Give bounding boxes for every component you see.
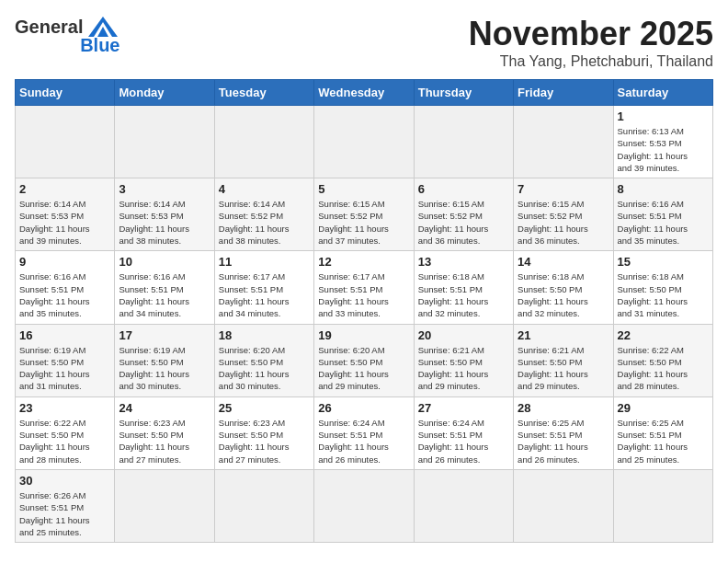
calendar-cell: 11Sunrise: 6:17 AMSunset: 5:51 PMDayligh…: [214, 251, 313, 324]
day-number: 2: [19, 182, 110, 196]
calendar-cell: 26Sunrise: 6:24 AMSunset: 5:51 PMDayligh…: [314, 396, 414, 469]
day-number: 16: [19, 328, 110, 342]
day-info: Sunrise: 6:17 AMSunset: 5:51 PMDaylight:…: [219, 270, 310, 319]
calendar-cell: [214, 469, 313, 542]
calendar-cell: 20Sunrise: 6:21 AMSunset: 5:50 PMDayligh…: [414, 324, 513, 396]
week-row-6: 30Sunrise: 6:26 AMSunset: 5:51 PMDayligh…: [16, 469, 713, 542]
calendar-cell: 9Sunrise: 6:16 AMSunset: 5:51 PMDaylight…: [16, 251, 115, 324]
calendar-cell: [414, 106, 513, 178]
day-info: Sunrise: 6:25 AMSunset: 5:51 PMDaylight:…: [518, 417, 609, 465]
calendar-cell: 30Sunrise: 6:26 AMSunset: 5:51 PMDayligh…: [16, 469, 115, 542]
day-info: Sunrise: 6:24 AMSunset: 5:51 PMDaylight:…: [318, 417, 409, 465]
calendar-cell: 24Sunrise: 6:23 AMSunset: 5:50 PMDayligh…: [115, 396, 214, 469]
header: General Blue November 2025 Tha Yang, Phe…: [15, 15, 713, 70]
calendar-cell: 1Sunrise: 6:13 AMSunset: 5:53 PMDaylight…: [613, 106, 712, 178]
location-title: Tha Yang, Phetchaburi, Thailand: [469, 53, 713, 70]
weekday-header-thursday: Thursday: [414, 80, 513, 106]
calendar-cell: 21Sunrise: 6:21 AMSunset: 5:50 PMDayligh…: [514, 324, 613, 396]
calendar-cell: 12Sunrise: 6:17 AMSunset: 5:51 PMDayligh…: [314, 251, 414, 324]
day-info: Sunrise: 6:18 AMSunset: 5:50 PMDaylight:…: [618, 270, 709, 319]
day-number: 11: [219, 255, 310, 269]
calendar-cell: [214, 106, 313, 178]
calendar-cell: 8Sunrise: 6:16 AMSunset: 5:51 PMDaylight…: [613, 178, 712, 251]
calendar-cell: 14Sunrise: 6:18 AMSunset: 5:50 PMDayligh…: [514, 251, 613, 324]
week-row-3: 9Sunrise: 6:16 AMSunset: 5:51 PMDaylight…: [16, 251, 713, 324]
weekday-header-tuesday: Tuesday: [214, 80, 313, 106]
calendar-cell: [16, 106, 115, 178]
calendar-cell: 16Sunrise: 6:19 AMSunset: 5:50 PMDayligh…: [16, 324, 115, 396]
day-number: 20: [418, 328, 509, 342]
weekday-header-sunday: Sunday: [16, 80, 115, 106]
day-number: 9: [19, 255, 110, 269]
calendar: SundayMondayTuesdayWednesdayThursdayFrid…: [15, 79, 713, 543]
calendar-cell: 6Sunrise: 6:15 AMSunset: 5:52 PMDaylight…: [414, 178, 513, 251]
calendar-cell: [115, 469, 214, 542]
calendar-cell: 5Sunrise: 6:15 AMSunset: 5:52 PMDaylight…: [314, 178, 414, 251]
day-number: 10: [119, 255, 210, 269]
day-info: Sunrise: 6:13 AMSunset: 5:53 PMDaylight:…: [618, 125, 709, 174]
day-info: Sunrise: 6:15 AMSunset: 5:52 PMDaylight:…: [318, 198, 409, 247]
day-number: 15: [618, 255, 709, 269]
week-row-4: 16Sunrise: 6:19 AMSunset: 5:50 PMDayligh…: [16, 324, 713, 396]
calendar-cell: 25Sunrise: 6:23 AMSunset: 5:50 PMDayligh…: [214, 396, 313, 469]
month-title: November 2025: [469, 15, 713, 53]
day-info: Sunrise: 6:20 AMSunset: 5:50 PMDaylight:…: [219, 344, 310, 393]
day-number: 27: [418, 401, 509, 415]
day-number: 7: [518, 182, 609, 196]
day-info: Sunrise: 6:23 AMSunset: 5:50 PMDaylight:…: [219, 417, 310, 465]
calendar-cell: 22Sunrise: 6:22 AMSunset: 5:50 PMDayligh…: [613, 324, 712, 396]
day-info: Sunrise: 6:14 AMSunset: 5:52 PMDaylight:…: [219, 198, 310, 247]
day-info: Sunrise: 6:21 AMSunset: 5:50 PMDaylight:…: [418, 344, 509, 393]
weekday-header-saturday: Saturday: [613, 80, 712, 106]
day-info: Sunrise: 6:16 AMSunset: 5:51 PMDaylight:…: [119, 270, 210, 319]
day-number: 24: [119, 401, 210, 415]
calendar-cell: 28Sunrise: 6:25 AMSunset: 5:51 PMDayligh…: [514, 396, 613, 469]
day-number: 25: [219, 401, 310, 415]
day-number: 18: [219, 328, 310, 342]
day-number: 13: [418, 255, 509, 269]
day-number: 8: [618, 182, 709, 196]
day-number: 22: [618, 328, 709, 342]
calendar-cell: 7Sunrise: 6:15 AMSunset: 5:52 PMDaylight…: [514, 178, 613, 251]
calendar-cell: 10Sunrise: 6:16 AMSunset: 5:51 PMDayligh…: [115, 251, 214, 324]
day-info: Sunrise: 6:22 AMSunset: 5:50 PMDaylight:…: [19, 417, 110, 465]
calendar-cell: 23Sunrise: 6:22 AMSunset: 5:50 PMDayligh…: [16, 396, 115, 469]
day-number: 12: [318, 255, 409, 269]
day-info: Sunrise: 6:16 AMSunset: 5:51 PMDaylight:…: [19, 270, 110, 319]
day-info: Sunrise: 6:24 AMSunset: 5:51 PMDaylight:…: [418, 417, 509, 465]
day-number: 17: [119, 328, 210, 342]
day-info: Sunrise: 6:23 AMSunset: 5:50 PMDaylight:…: [119, 417, 210, 465]
day-info: Sunrise: 6:15 AMSunset: 5:52 PMDaylight:…: [418, 198, 509, 247]
day-info: Sunrise: 6:16 AMSunset: 5:51 PMDaylight:…: [618, 198, 709, 247]
calendar-cell: 2Sunrise: 6:14 AMSunset: 5:53 PMDaylight…: [16, 178, 115, 251]
week-row-5: 23Sunrise: 6:22 AMSunset: 5:50 PMDayligh…: [16, 396, 713, 469]
day-number: 26: [318, 401, 409, 415]
day-number: 23: [19, 401, 110, 415]
day-info: Sunrise: 6:18 AMSunset: 5:50 PMDaylight:…: [518, 270, 609, 319]
day-number: 4: [219, 182, 310, 196]
calendar-cell: 17Sunrise: 6:19 AMSunset: 5:50 PMDayligh…: [115, 324, 214, 396]
calendar-cell: 29Sunrise: 6:25 AMSunset: 5:51 PMDayligh…: [613, 396, 712, 469]
day-info: Sunrise: 6:20 AMSunset: 5:50 PMDaylight:…: [318, 344, 409, 393]
calendar-cell: 27Sunrise: 6:24 AMSunset: 5:51 PMDayligh…: [414, 396, 513, 469]
day-info: Sunrise: 6:21 AMSunset: 5:50 PMDaylight:…: [518, 344, 609, 393]
calendar-cell: [314, 469, 414, 542]
logo: General Blue: [15, 15, 119, 56]
day-number: 14: [518, 255, 609, 269]
day-info: Sunrise: 6:25 AMSunset: 5:51 PMDaylight:…: [618, 417, 709, 465]
week-row-2: 2Sunrise: 6:14 AMSunset: 5:53 PMDaylight…: [16, 178, 713, 251]
calendar-cell: 3Sunrise: 6:14 AMSunset: 5:53 PMDaylight…: [115, 178, 214, 251]
weekday-header-wednesday: Wednesday: [314, 80, 414, 106]
weekday-header-friday: Friday: [514, 80, 613, 106]
day-number: 1: [618, 109, 709, 123]
logo-general: General: [15, 17, 83, 38]
day-info: Sunrise: 6:18 AMSunset: 5:51 PMDaylight:…: [418, 270, 509, 319]
title-section: November 2025 Tha Yang, Phetchaburi, Tha…: [469, 15, 713, 70]
weekday-header-monday: Monday: [115, 80, 214, 106]
calendar-cell: [514, 469, 613, 542]
day-number: 21: [518, 328, 609, 342]
day-number: 28: [518, 401, 609, 415]
calendar-cell: [115, 106, 214, 178]
calendar-cell: [514, 106, 613, 178]
calendar-cell: [314, 106, 414, 178]
